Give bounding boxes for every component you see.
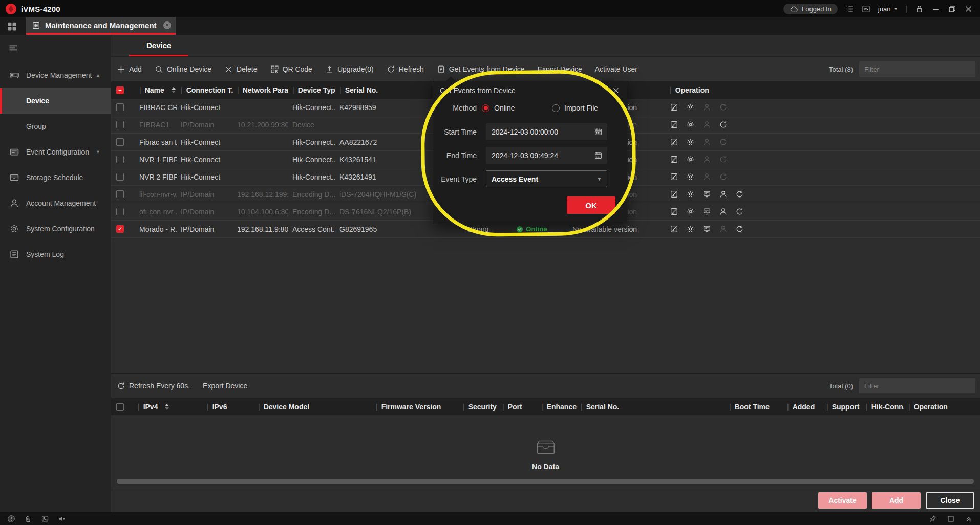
toolbar-button-activate-user[interactable]: Activate User (595, 65, 637, 73)
add-button[interactable]: Add (872, 492, 921, 509)
refresh-action-icon[interactable] (719, 120, 728, 129)
radio-import-file[interactable] (552, 104, 560, 112)
person-action-icon[interactable] (719, 207, 728, 216)
column-header-operation[interactable]: |Operation (904, 403, 980, 411)
toolbar-button-upgrade[interactable]: Upgrade(0) (325, 65, 374, 74)
server-action-icon[interactable] (702, 225, 711, 233)
gear-action-icon[interactable] (686, 155, 695, 164)
person-action-icon[interactable] (702, 103, 711, 112)
row-checkbox[interactable] (116, 121, 124, 128)
gear-action-icon[interactable] (686, 225, 695, 233)
edit-action-icon[interactable] (670, 120, 678, 129)
edit-action-icon[interactable] (670, 155, 678, 164)
person-action-icon[interactable] (702, 172, 711, 181)
event-type-select[interactable]: Access Event ▼ (486, 170, 607, 187)
column-header-enhance[interactable]: |Enhance... (537, 403, 577, 411)
column-header-port[interactable]: |Port (498, 403, 537, 411)
tab-maintenance-and-management[interactable]: Maintenance and Management ✕ (26, 17, 176, 35)
minimize-button[interactable] (931, 5, 940, 13)
capture-icon[interactable] (41, 515, 49, 523)
select-all-checkbox[interactable] (116, 403, 124, 411)
task-list-icon[interactable] (845, 5, 854, 13)
toolbar-button-get-events[interactable]: Get Events from Device (437, 65, 525, 74)
gear-action-icon[interactable] (686, 190, 695, 199)
alarm-icon[interactable] (7, 515, 15, 523)
modules-grid-icon[interactable] (7, 21, 17, 32)
trash-icon[interactable] (24, 515, 32, 523)
gear-action-icon[interactable] (686, 120, 695, 129)
server-action-icon[interactable] (702, 190, 711, 199)
column-header-security[interactable]: |Security ... (459, 403, 498, 411)
column-header-device-model[interactable]: |Device Model (254, 403, 372, 411)
column-header-connection-t[interactable]: |Connection T... (177, 86, 233, 94)
column-header-device-type[interactable]: |Device Type (288, 86, 335, 94)
sort-icon[interactable] (172, 87, 176, 93)
ok-button[interactable]: OK (567, 196, 615, 214)
lock-icon[interactable] (915, 5, 924, 13)
gear-action-icon[interactable] (686, 207, 695, 216)
row-checkbox[interactable] (116, 190, 124, 198)
person-action-icon[interactable] (702, 120, 711, 129)
sidebar-item-storage-schedule[interactable]: Storage Schedule (0, 165, 111, 190)
column-header-added[interactable]: |Added (783, 403, 822, 411)
radio-online[interactable] (482, 104, 489, 112)
toolbar-button-add[interactable]: Add (117, 65, 142, 74)
online-filter-input[interactable] (859, 378, 975, 393)
calendar-icon[interactable] (594, 151, 603, 160)
close-button[interactable]: Close (926, 492, 974, 509)
sidebar-item-device-management[interactable]: Device Management▲ (0, 62, 111, 88)
pin-icon[interactable] (929, 515, 937, 523)
refresh-action-icon[interactable] (719, 155, 728, 164)
row-checkbox[interactable]: ✓ (116, 225, 124, 233)
select-all-checkbox[interactable]: − (116, 86, 124, 94)
window-icon[interactable] (947, 515, 955, 523)
mute-icon[interactable] (58, 515, 66, 523)
refresh-action-icon[interactable] (735, 207, 744, 216)
refresh-action-icon[interactable] (719, 172, 728, 181)
edit-action-icon[interactable] (670, 103, 678, 112)
edit-action-icon[interactable] (670, 190, 678, 199)
gear-action-icon[interactable] (686, 138, 695, 146)
collapse-icon[interactable] (965, 515, 973, 523)
column-header-firmware-version[interactable]: |Firmware Version (372, 403, 459, 411)
row-checkbox[interactable] (116, 208, 124, 215)
refresh-action-icon[interactable] (719, 138, 728, 146)
refresh-action-icon[interactable] (719, 103, 728, 112)
edit-action-icon[interactable] (670, 207, 678, 216)
sidebar-item-account-management[interactable]: Account Management (0, 190, 111, 216)
gear-action-icon[interactable] (686, 172, 695, 181)
edit-action-icon[interactable] (670, 138, 678, 146)
user-menu[interactable]: juan ▼ (878, 5, 898, 13)
sidebar-item-device[interactable]: Device (0, 88, 111, 114)
column-header-hik-conn[interactable]: |Hik-Conn... (862, 403, 904, 411)
close-window-button[interactable] (964, 5, 973, 13)
toolbar-button-qr-code[interactable]: QR Code (270, 65, 312, 74)
restore-button[interactable] (948, 5, 956, 13)
calendar-icon[interactable] (594, 127, 603, 136)
column-header-network-param[interactable]: |Network Param... (233, 86, 288, 94)
logged-in-badge[interactable]: Logged In (783, 4, 838, 14)
toolbar-button-online-device[interactable]: Online Device (155, 65, 211, 74)
person-action-icon[interactable] (719, 225, 728, 233)
sidebar-item-event-configuration[interactable]: Event Configuration▼ (0, 139, 111, 165)
toolbar-button-refresh[interactable]: Refresh (387, 65, 424, 74)
person-action-icon[interactable] (719, 190, 728, 199)
refresh-action-icon[interactable] (735, 190, 744, 199)
column-header-ipv6[interactable]: |IPv6 (203, 403, 254, 411)
tab-close-icon[interactable]: ✕ (163, 21, 171, 29)
column-header-operation[interactable]: |Operation (666, 86, 980, 94)
sidebar-item-system-configuration[interactable]: System Configuration (0, 216, 111, 242)
hamburger-menu-icon[interactable] (8, 42, 18, 53)
gear-action-icon[interactable] (686, 103, 695, 112)
toolbar-button-export-device[interactable]: Export Device (538, 65, 582, 73)
column-header-name[interactable]: |Name (134, 86, 177, 94)
filter-input[interactable] (859, 61, 975, 77)
column-header-ipv4[interactable]: |IPv4 (134, 403, 203, 411)
event-monitor-icon[interactable] (862, 5, 870, 13)
export-device-button[interactable]: Export Device (203, 382, 247, 390)
horizontal-scrollbar[interactable] (117, 479, 974, 484)
row-checkbox[interactable] (116, 138, 124, 146)
column-header-boot-time[interactable]: |Boot Time (725, 403, 783, 411)
edit-action-icon[interactable] (670, 225, 678, 233)
row-checkbox[interactable] (116, 173, 124, 181)
